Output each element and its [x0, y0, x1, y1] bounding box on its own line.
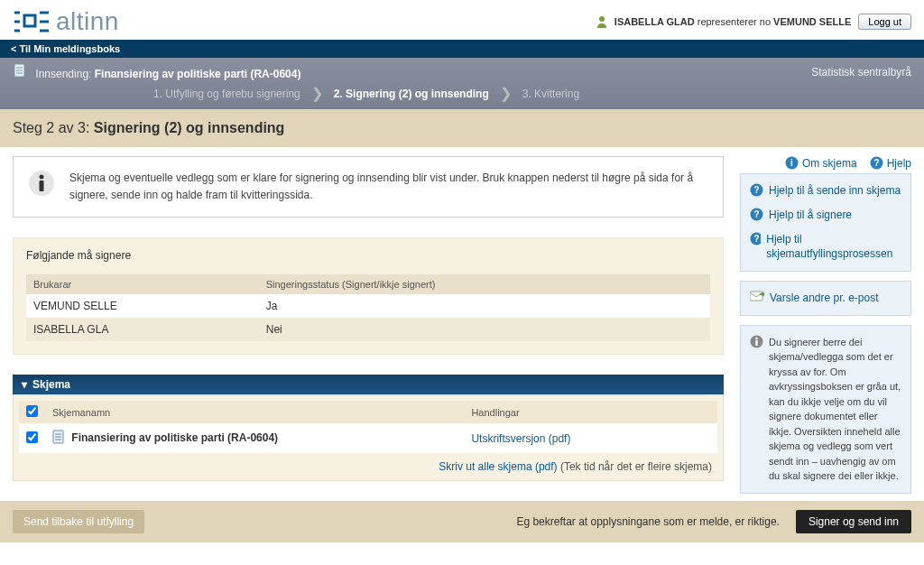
svg-text:?: ?	[753, 209, 759, 219]
logo[interactable]: altinn	[13, 7, 119, 36]
back-to-inbox-link[interactable]: < Til Min meldingsboks	[11, 43, 120, 54]
info-icon	[750, 335, 763, 353]
help-send-link[interactable]: ? Hjelp til å sende inn skjema	[750, 183, 901, 199]
col-user: Brukarar	[26, 274, 259, 294]
svg-point-31	[755, 338, 758, 340]
notify-email-link[interactable]: Varsle andre pr. e-post	[750, 291, 901, 306]
document-icon	[52, 434, 68, 447]
user-name: ISABELLA GLAD	[614, 16, 695, 27]
user-icon	[596, 15, 607, 28]
print-version-link[interactable]: Utskriftsversjon (pdf)	[471, 432, 570, 445]
help-sign-link[interactable]: ? Hjelp til å signere	[750, 208, 901, 223]
about-schema-link[interactable]: i Om skjema	[785, 156, 857, 170]
info-text: Skjema og eventuelle vedlegg som er klar…	[69, 170, 708, 204]
rep-name: VEMUND SELLE	[773, 16, 851, 27]
help-link[interactable]: ? Hjelp	[870, 156, 911, 170]
svg-rect-29	[750, 292, 762, 301]
signers-panel: Følgjande må signere Brukarar Singerings…	[13, 237, 724, 355]
help-fill-link[interactable]: ? Hjelp til skjemautfyllingsprosessen	[750, 232, 901, 263]
send-back-button: Send tilbake til utfylling	[13, 510, 144, 533]
print-all-link[interactable]: Skriv ut alle skjema (pdf)	[439, 460, 557, 473]
chevron-right-icon: ❯	[500, 88, 512, 99]
schema-row-checkbox[interactable]	[26, 431, 38, 443]
select-all-checkbox[interactable]	[26, 405, 38, 417]
agency-name: Statistisk sentralbyrå	[811, 66, 911, 79]
print-hint: (Tek tid når det er fleire skjema)	[560, 460, 712, 473]
submission-title: Innsending: Finansiering av politiske pa…	[13, 63, 300, 80]
svg-text:?: ?	[753, 234, 759, 244]
svg-rect-3	[24, 15, 35, 26]
step-3: 3. Kvittering	[522, 88, 579, 100]
sign-submit-button[interactable]: Signer og send inn	[796, 510, 911, 533]
step-heading: Steg 2 av 3: Signering (2) og innsending	[0, 109, 924, 147]
signer-row: VEMUND SELLE Ja	[26, 294, 710, 318]
signers-heading: Følgjande må signere	[26, 249, 710, 262]
logo-text: altinn	[56, 7, 119, 36]
svg-point-13	[40, 175, 44, 180]
confirm-text: Eg bekreftar at opplysningane som er mel…	[516, 515, 779, 528]
triangle-down-icon: ▾	[22, 378, 27, 391]
svg-rect-32	[755, 340, 757, 346]
col-schema-name: Skjemanamn	[45, 401, 464, 423]
step-2: 2. Signering (2) og innsending	[334, 88, 489, 100]
rep-text: representerer no	[698, 16, 771, 27]
info-icon	[28, 170, 55, 197]
svg-text:i: i	[790, 158, 793, 168]
svg-text:?: ?	[753, 185, 759, 195]
svg-text:?: ?	[873, 158, 879, 168]
schema-collapse-header[interactable]: ▾ Skjema	[13, 375, 724, 394]
signer-row: ISABELLA GLA Nei	[26, 318, 710, 341]
col-actions: Handlingar	[464, 401, 717, 423]
logout-button[interactable]: Logg ut	[858, 14, 911, 30]
step-1[interactable]: 1. Utfylling og førebu signering	[153, 88, 300, 100]
col-status: Singeringsstatus (Signert/ikkje signert)	[259, 274, 710, 294]
sign-info-text: Du signerer berre dei skjema/vedlegga so…	[769, 335, 901, 484]
chevron-right-icon: ❯	[311, 88, 323, 99]
step-indicator: 1. Utfylling og førebu signering ❯ 2. Si…	[0, 82, 924, 109]
svg-rect-14	[40, 181, 44, 191]
svg-point-7	[599, 16, 605, 22]
schema-row-name: Finansiering av politiske parti (RA-0604…	[71, 431, 278, 444]
